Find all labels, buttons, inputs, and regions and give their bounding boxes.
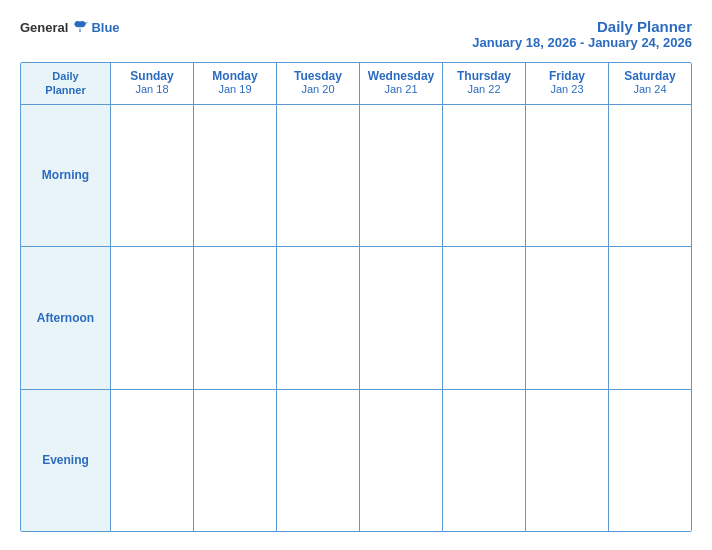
cell-evening-5[interactable] xyxy=(526,390,609,531)
calendar-body: Morning Afternoon xyxy=(21,105,691,531)
planner-subtitle: January 18, 2026 - January 24, 2026 xyxy=(472,35,692,50)
cell-evening-4[interactable] xyxy=(443,390,526,531)
header-day-3: Wednesday Jan 21 xyxy=(360,63,443,104)
logo-area: General Blue xyxy=(20,18,120,36)
cell-morning-5[interactable] xyxy=(526,105,609,246)
cell-morning-1[interactable] xyxy=(194,105,277,246)
cell-morning-3[interactable] xyxy=(360,105,443,246)
header-day-0: Sunday Jan 18 xyxy=(111,63,194,104)
cell-morning-4[interactable] xyxy=(443,105,526,246)
row-evening: Evening xyxy=(21,390,691,531)
calendar-header-row: Daily Planner Sunday Jan 18 Monday Jan 1… xyxy=(21,63,691,105)
cell-afternoon-4[interactable] xyxy=(443,247,526,388)
header-day-1: Monday Jan 19 xyxy=(194,63,277,104)
cell-afternoon-6[interactable] xyxy=(609,247,691,388)
header-daily: Daily Planner xyxy=(25,69,106,98)
label-morning: Morning xyxy=(21,105,111,246)
cell-evening-6[interactable] xyxy=(609,390,691,531)
planner-title: Daily Planner xyxy=(472,18,692,35)
title-area: Daily Planner January 18, 2026 - January… xyxy=(472,18,692,50)
cell-evening-2[interactable] xyxy=(277,390,360,531)
calendar: Daily Planner Sunday Jan 18 Monday Jan 1… xyxy=(20,62,692,532)
header-day-2: Tuesday Jan 20 xyxy=(277,63,360,104)
cell-evening-0[interactable] xyxy=(111,390,194,531)
logo-blue-text: Blue xyxy=(91,20,119,35)
cell-morning-0[interactable] xyxy=(111,105,194,246)
label-afternoon: Afternoon xyxy=(21,247,111,388)
cell-afternoon-1[interactable] xyxy=(194,247,277,388)
row-morning: Morning xyxy=(21,105,691,247)
cell-afternoon-5[interactable] xyxy=(526,247,609,388)
logo-bird-icon xyxy=(71,18,89,36)
logo: General Blue xyxy=(20,18,120,36)
cell-afternoon-0[interactable] xyxy=(111,247,194,388)
page: General Blue Daily Planner January 18, 2… xyxy=(0,0,712,550)
cell-afternoon-3[interactable] xyxy=(360,247,443,388)
cell-morning-6[interactable] xyxy=(609,105,691,246)
header: General Blue Daily Planner January 18, 2… xyxy=(20,18,692,50)
cell-morning-2[interactable] xyxy=(277,105,360,246)
cell-evening-1[interactable] xyxy=(194,390,277,531)
cell-evening-3[interactable] xyxy=(360,390,443,531)
header-day-6: Saturday Jan 24 xyxy=(609,63,691,104)
cell-afternoon-2[interactable] xyxy=(277,247,360,388)
header-day-5: Friday Jan 23 xyxy=(526,63,609,104)
row-afternoon: Afternoon xyxy=(21,247,691,389)
header-label-cell: Daily Planner xyxy=(21,63,111,104)
label-evening: Evening xyxy=(21,390,111,531)
header-day-4: Thursday Jan 22 xyxy=(443,63,526,104)
logo-general-text: General xyxy=(20,20,68,35)
